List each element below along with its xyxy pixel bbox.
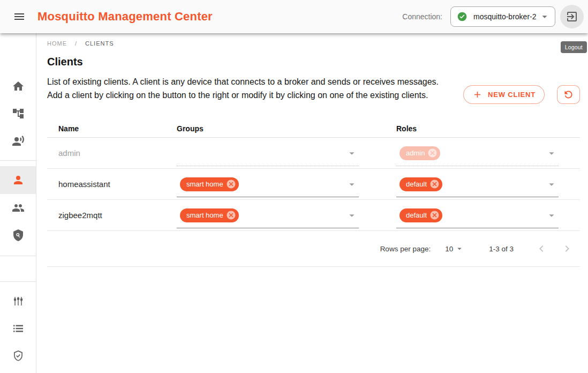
rows-per-page-value: 10: [445, 245, 453, 253]
groups-select[interactable]: smart home: [177, 176, 359, 197]
sidebar-item-list[interactable]: [0, 315, 36, 342]
pagination-range: 1-3 of 3: [489, 245, 514, 253]
table-row[interactable]: homeassistantsmart homedefault: [47, 169, 580, 200]
caret-down-icon: [346, 147, 358, 159]
app-bar: Mosquitto Management Center Connection: …: [0, 0, 588, 33]
previous-page-button[interactable]: [529, 236, 554, 262]
shield-search-icon: [12, 229, 25, 242]
chip[interactable]: smart home: [180, 177, 239, 191]
refresh-button[interactable]: [557, 85, 580, 104]
sidebar-item-topology[interactable]: [0, 100, 36, 127]
rows-per-page-label: Rows per page:: [380, 245, 431, 253]
sidebar-item-sliders[interactable]: [0, 287, 36, 315]
chip-delete-icon[interactable]: [429, 210, 440, 220]
column-header-groups: Groups: [177, 124, 396, 133]
breadcrumb-current: CLIENTS: [85, 40, 114, 47]
refresh-icon: [563, 89, 574, 100]
caret-down-icon: [455, 244, 464, 253]
table-row[interactable]: adminadmin: [47, 138, 580, 169]
logout-button[interactable]: [560, 5, 584, 28]
chip[interactable]: default: [399, 177, 442, 191]
chip-delete-icon[interactable]: [226, 179, 236, 189]
caret-down-icon: [539, 11, 551, 23]
page-description: List of existing clients. A client is an…: [47, 75, 444, 104]
main-content: HOME / CLIENTS Clients List of existing …: [37, 33, 588, 373]
caret-down-icon: [546, 147, 557, 159]
chip-delete-icon: [427, 148, 438, 158]
plus-icon: [472, 89, 483, 100]
shield-check-icon: [12, 349, 25, 362]
chip-delete-icon[interactable]: [226, 210, 236, 220]
sidebar-divider: [0, 281, 36, 282]
caret-down-icon: [546, 178, 557, 190]
chip-label: admin: [406, 149, 425, 157]
sidebar-item-people[interactable]: [0, 194, 36, 221]
client-name: zigbee2mqtt: [47, 211, 177, 220]
roles-select[interactable]: default: [396, 207, 559, 228]
sidebar-item-shield-search[interactable]: [0, 221, 36, 249]
groups-select: [177, 145, 359, 166]
chip-delete-icon[interactable]: [429, 179, 440, 189]
logout-tooltip: Logout: [561, 41, 587, 53]
logout-icon: [566, 10, 578, 23]
client-name: admin: [47, 148, 177, 158]
breadcrumb: HOME / CLIENTS: [47, 40, 580, 47]
table-row[interactable]: zigbee2mqttsmart homedefault: [47, 200, 580, 231]
breadcrumb-separator: /: [75, 40, 77, 47]
menu-button[interactable]: [9, 6, 30, 27]
people-icon: [12, 202, 25, 214]
chip-label: default: [406, 211, 427, 219]
next-page-button[interactable]: [554, 236, 580, 262]
connection-value: mosquitto-broker-2: [473, 12, 537, 21]
breadcrumb-home-link[interactable]: HOME: [47, 40, 67, 47]
chevron-left-icon: [535, 242, 548, 255]
person-voice-icon: [12, 135, 25, 147]
table-header: NameGroupsRoles: [47, 120, 580, 138]
roles-select[interactable]: default: [396, 176, 559, 197]
new-client-button[interactable]: NEW CLIENT: [463, 85, 545, 104]
sidebar-divider: [0, 160, 36, 161]
connection-label: Connection:: [402, 12, 442, 21]
chip[interactable]: smart home: [180, 208, 239, 222]
sliders-icon: [12, 295, 25, 308]
chip-label: smart home: [186, 211, 223, 219]
connection-select[interactable]: mosquitto-broker-2: [450, 6, 555, 27]
home-icon: [12, 80, 25, 93]
rows-per-page-select[interactable]: 10: [445, 244, 464, 253]
sidebar-divider: [0, 256, 36, 256]
caret-down-icon: [346, 178, 358, 190]
chip: admin: [399, 146, 440, 160]
chip-label: default: [406, 180, 427, 188]
column-header-roles: Roles: [396, 124, 580, 133]
groups-select[interactable]: smart home: [177, 207, 359, 228]
new-client-label: NEW CLIENT: [488, 91, 536, 99]
client-name: homeassistant: [47, 180, 177, 189]
sidebar-item-home[interactable]: [0, 72, 36, 100]
sidebar-item-shield-check[interactable]: [0, 342, 36, 369]
chip-label: smart home: [186, 180, 223, 188]
topology-icon: [12, 107, 25, 120]
clients-table: NameGroupsRoles adminadminhomeassistants…: [47, 120, 580, 267]
person-icon: [12, 174, 25, 186]
caret-down-icon: [346, 210, 358, 221]
chip[interactable]: default: [399, 208, 442, 222]
sidebar-item-person[interactable]: [0, 166, 36, 194]
roles-select: admin: [396, 145, 559, 166]
column-header-name: Name: [47, 124, 177, 133]
chevron-right-icon: [561, 242, 574, 255]
app-title: Mosquitto Management Center: [37, 10, 213, 24]
status-ok-icon: [457, 11, 468, 22]
list-icon: [12, 322, 25, 335]
sidebar-item-person-voice[interactable]: [0, 127, 36, 154]
sidebar: [0, 33, 36, 373]
page-title: Clients: [47, 56, 580, 68]
pagination: Rows per page: 10 1-3 of 3: [47, 231, 580, 267]
caret-down-icon: [546, 210, 557, 221]
hamburger-icon: [13, 10, 26, 23]
